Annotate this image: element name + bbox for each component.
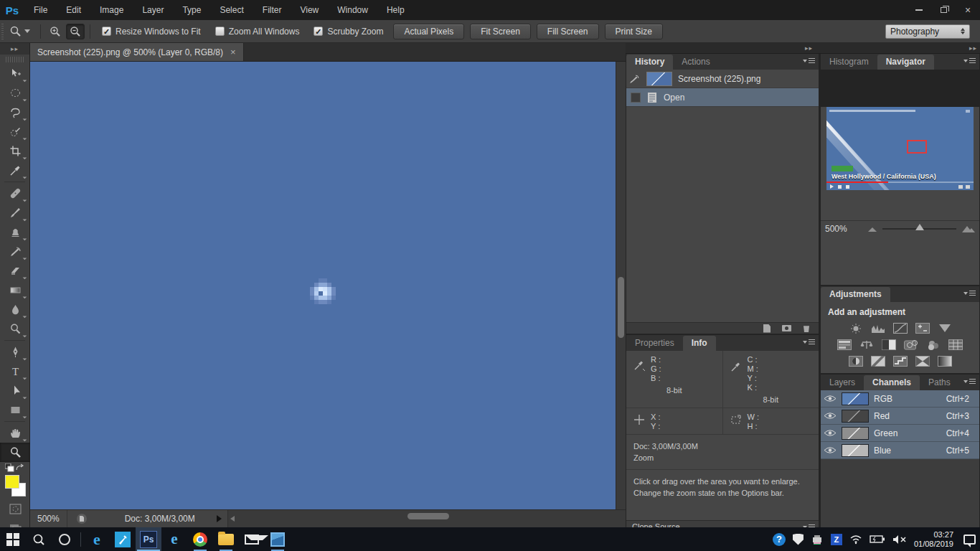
zonealarm-icon[interactable]: Z — [831, 534, 842, 545]
status-zoom-field[interactable]: 500% — [30, 510, 67, 527]
action-center-icon[interactable] — [963, 534, 976, 545]
navigator-view-box[interactable] — [907, 140, 927, 154]
eraser-tool[interactable] — [0, 261, 30, 281]
taskbar-chrome[interactable] — [187, 527, 213, 551]
rgb-eyedropper-icon[interactable] — [633, 359, 645, 371]
navigator-preview[interactable]: West Hollywood / California (USA) — [826, 107, 974, 190]
zoom-slider-thumb[interactable] — [915, 224, 924, 230]
menu-layer[interactable]: Layer — [133, 0, 173, 20]
zoom-tool[interactable] — [0, 443, 30, 462]
menu-image[interactable]: Image — [90, 0, 133, 20]
quick-selection-tool[interactable] — [0, 122, 30, 141]
adjustments-panel-menu[interactable] — [963, 291, 976, 296]
color-lookup-icon[interactable] — [948, 339, 963, 351]
menu-window[interactable]: Window — [328, 0, 377, 20]
move-tool[interactable] — [0, 64, 30, 83]
workspace-switcher[interactable]: Photography — [885, 24, 970, 39]
spot-healing-tool[interactable] — [0, 184, 30, 203]
history-panel-menu[interactable] — [803, 58, 815, 63]
history-open-row[interactable]: Open — [626, 88, 819, 107]
start-button[interactable] — [0, 527, 26, 551]
curves-icon[interactable] — [892, 322, 908, 334]
menu-type[interactable]: Type — [173, 0, 210, 20]
resize-windows-checkbox[interactable]: ✓ Resize Windows to Fit — [102, 27, 201, 37]
channel-mixer-icon[interactable] — [925, 339, 941, 351]
selective-color-icon[interactable] — [937, 355, 953, 367]
taskbar-file-explorer[interactable] — [213, 527, 239, 551]
delete-state-icon[interactable] — [803, 324, 810, 332]
scrubby-zoom-checkbox[interactable]: ✓ Scrubby Zoom — [314, 27, 383, 37]
new-document-from-state-icon[interactable] — [763, 324, 771, 333]
menu-file[interactable]: File — [24, 0, 57, 20]
tab-histogram[interactable]: Histogram — [821, 55, 877, 70]
threshold-icon[interactable] — [892, 355, 908, 367]
battery-icon[interactable] — [870, 534, 885, 544]
minimize-button[interactable] — [907, 0, 931, 20]
tab-actions[interactable]: Actions — [673, 55, 718, 70]
collapse-panels-right-button[interactable]: ▸▸ — [969, 44, 977, 52]
current-tool-zoom[interactable] — [4, 25, 36, 38]
blur-tool[interactable] — [0, 300, 30, 319]
channel-row-rgb[interactable]: RGB Ctrl+2 — [821, 390, 979, 408]
actual-pixels-button[interactable]: Actual Pixels — [393, 24, 464, 39]
fit-screen-button[interactable]: Fit Screen — [470, 24, 531, 39]
taskbar-photos[interactable] — [265, 527, 291, 551]
hand-tool[interactable] — [0, 423, 30, 443]
document-tab[interactable]: Screenshot (225).png @ 500% (Layer 0, RG… — [30, 43, 244, 61]
cortana-button[interactable] — [52, 527, 77, 551]
menu-select[interactable]: Select — [210, 0, 253, 20]
tab-history[interactable]: History — [626, 55, 673, 70]
visibility-eye-icon[interactable] — [824, 429, 837, 437]
menu-help[interactable]: Help — [377, 0, 414, 20]
menu-edit[interactable]: Edit — [57, 0, 90, 20]
crop-tool[interactable] — [0, 141, 30, 161]
channel-row-blue[interactable]: Blue Ctrl+5 — [821, 442, 979, 459]
history-brush-source-icon[interactable] — [629, 74, 641, 84]
path-selection-tool[interactable] — [0, 381, 30, 400]
defender-shield-icon[interactable] — [793, 534, 804, 545]
taskbar-photoshop[interactable]: Ps — [136, 527, 161, 551]
posterize-icon[interactable] — [870, 355, 886, 367]
tab-properties[interactable]: Properties — [626, 336, 683, 351]
default-colors-icon[interactable] — [5, 463, 14, 472]
history-snapshot-row[interactable]: Screenshot (225).png — [626, 70, 819, 88]
taskbar-internet-explorer[interactable]: e — [161, 527, 187, 551]
hue-saturation-icon[interactable] — [837, 339, 852, 351]
levels-icon[interactable] — [870, 322, 886, 334]
history-brush-tool[interactable] — [0, 242, 30, 261]
history-source-checkbox[interactable] — [631, 93, 641, 103]
photo-filter-icon[interactable] — [903, 339, 919, 351]
gradient-map-icon[interactable] — [915, 355, 930, 367]
pen-tool[interactable] — [0, 342, 30, 362]
brightness-contrast-icon[interactable] — [848, 322, 864, 334]
scroll-left-arrow[interactable] — [230, 516, 235, 522]
canvas[interactable] — [30, 62, 616, 509]
invert-icon[interactable] — [848, 355, 864, 367]
color-balance-icon[interactable] — [859, 339, 875, 351]
menu-view[interactable]: View — [291, 0, 328, 20]
menu-filter[interactable]: Filter — [253, 0, 291, 20]
collapse-panels-left-button[interactable]: ▸▸ — [805, 44, 813, 52]
type-tool[interactable]: T — [0, 362, 30, 381]
status-menu-arrow[interactable] — [217, 515, 222, 522]
visibility-eye-icon[interactable] — [824, 395, 837, 402]
restore-button[interactable] — [931, 0, 956, 20]
tab-layers[interactable]: Layers — [821, 375, 864, 390]
horizontal-scrollbar[interactable] — [227, 510, 626, 527]
get-help-icon[interactable]: ? — [773, 533, 786, 546]
rectangle-tool[interactable] — [0, 400, 30, 420]
zoom-out-button[interactable] — [66, 24, 85, 39]
channels-panel-menu[interactable] — [963, 379, 976, 384]
new-snapshot-icon[interactable] — [782, 325, 791, 331]
vibrance-icon[interactable] — [937, 322, 953, 334]
taskbar-search-button[interactable] — [26, 527, 52, 551]
visibility-eye-icon[interactable] — [824, 446, 837, 454]
taskbar-mail[interactable] — [239, 527, 265, 551]
foreground-color-swatch[interactable] — [5, 475, 19, 489]
fill-screen-button[interactable]: Fill Screen — [537, 24, 599, 39]
info-panel-menu[interactable] — [803, 339, 815, 344]
swap-colors-icon[interactable] — [15, 463, 24, 472]
navigator-zoom-field[interactable]: 500% — [825, 224, 862, 234]
wifi-icon[interactable] — [849, 534, 862, 545]
eyedropper-tool[interactable] — [0, 161, 30, 180]
